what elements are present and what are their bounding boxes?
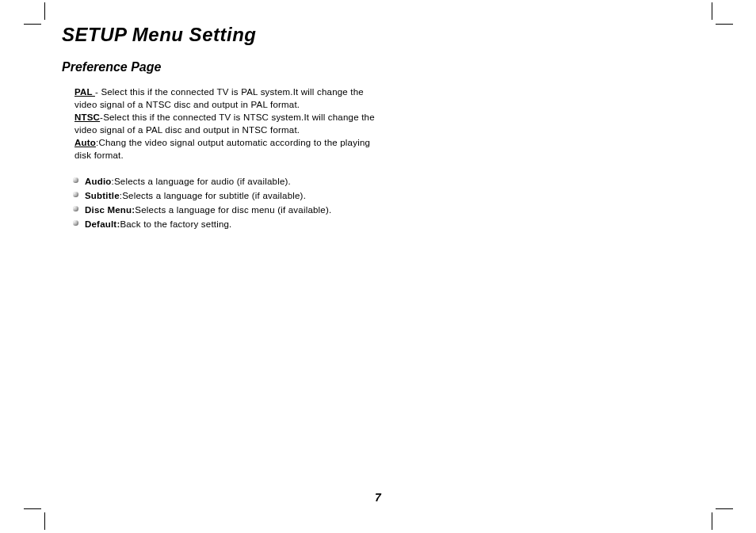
term-label: Auto: [74, 138, 96, 147]
page-content: SETUP Menu Setting Preference Page PAL -…: [62, 24, 696, 232]
bullet-icon: [73, 177, 78, 183]
list-item-desc: Selects a language for disc menu (if ava…: [135, 205, 331, 215]
page-number: 7: [0, 491, 756, 504]
list-item-label: Default:: [85, 219, 120, 229]
term-desc: Select this if the connected TV is NTSC …: [74, 112, 375, 135]
page-title: SETUP Menu Setting: [62, 24, 696, 46]
definition-ntsc: NTSC-Select this if the connected TV is …: [74, 111, 376, 136]
term-label: NTSC: [74, 112, 100, 122]
list-item-desc: Back to the factory setting.: [120, 219, 231, 229]
list-item-label: Disc Menu:: [85, 205, 135, 215]
list-item-text: Audio:Selects a language for audio (if a…: [85, 175, 291, 188]
list-item-desc: Selects a language for audio (if availab…: [114, 177, 291, 186]
list-item-label: Audio: [85, 177, 112, 186]
term-label: PAL: [74, 87, 95, 97]
list-item-desc: Selects a language for subtitle (if avai…: [122, 191, 306, 200]
bullet-icon: [73, 206, 78, 211]
definition-auto: Auto:Chang the video signal output autom…: [74, 136, 376, 162]
term-desc: Chang the video signal output automatic …: [74, 138, 370, 160]
definitions-block: PAL - Select this if the connected TV is…: [74, 86, 376, 230]
options-list: Audio:Selects a language for audio (if a…: [74, 175, 376, 230]
list-item: Disc Menu:Selects a language for disc me…: [74, 204, 376, 216]
bullet-icon: [73, 220, 78, 226]
list-item: Audio:Selects a language for audio (if a…: [74, 175, 376, 188]
list-item-text: Disc Menu:Selects a language for disc me…: [85, 204, 331, 216]
term-desc: Select this if the connected TV is PAL s…: [74, 87, 364, 109]
bullet-icon: [73, 192, 78, 197]
definition-pal: PAL - Select this if the connected TV is…: [74, 86, 376, 111]
section-title: Preference Page: [62, 60, 696, 74]
list-item-text: Subtitle:Selects a language for subtitle…: [85, 189, 306, 202]
list-item: Subtitle:Selects a language for subtitle…: [74, 189, 376, 202]
list-item-text: Default:Back to the factory setting.: [85, 218, 232, 230]
list-item-label: Subtitle: [85, 191, 120, 200]
list-item: Default:Back to the factory setting.: [74, 218, 376, 230]
